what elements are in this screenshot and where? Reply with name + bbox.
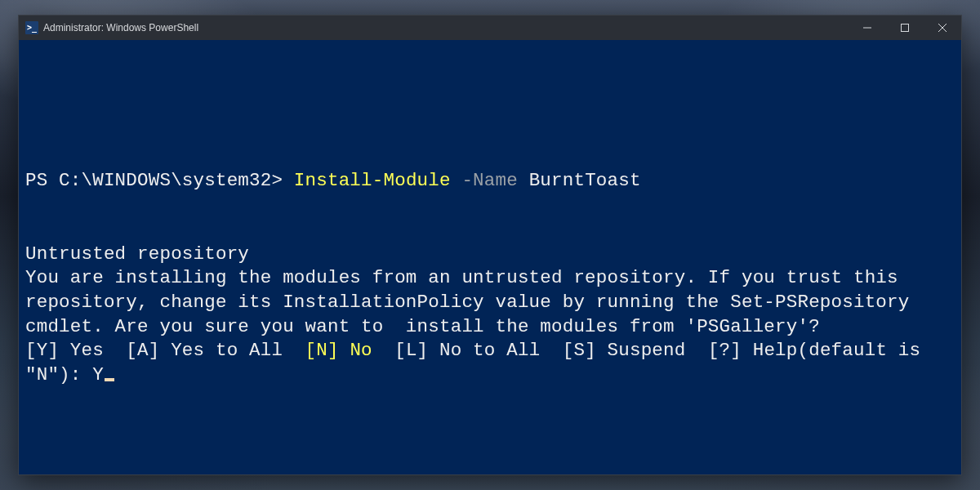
command-token: Install-Module (294, 170, 451, 191)
svg-rect-0 (902, 24, 909, 32)
blank-line (25, 121, 955, 145)
blank-line (25, 194, 955, 218)
titlebar[interactable]: >_ Administrator: Windows PowerShell (19, 16, 961, 40)
space (451, 170, 462, 191)
window-title: Administrator: Windows PowerShell (43, 22, 198, 33)
option-suspend: [S] Suspend (563, 340, 686, 361)
sep (283, 340, 305, 361)
option-yes-all: [A] Yes to All (126, 340, 283, 361)
terminal-area[interactable]: PS C:\WINDOWS\system32> Install-Module -… (19, 40, 961, 474)
option-help: [?] Help (708, 340, 798, 361)
close-button[interactable] (924, 16, 961, 40)
cursor (105, 378, 114, 381)
confirm-heading: Untrusted repository (25, 243, 249, 265)
minimize-button[interactable] (849, 16, 886, 40)
param-token: -Name (461, 170, 518, 191)
arg-token: BurntToast (529, 170, 641, 191)
prompt-text: PS C:\WINDOWS\system32> (25, 170, 294, 191)
space (518, 170, 529, 191)
sep (685, 340, 707, 361)
powershell-icon: >_ (25, 21, 38, 34)
close-icon (938, 24, 947, 32)
user-input: Y (92, 364, 104, 385)
option-no-default: [N] No (305, 340, 372, 361)
option-yes: [Y] Yes (25, 340, 104, 361)
minimize-icon (863, 24, 871, 32)
powershell-icon-glyph: >_ (27, 24, 37, 32)
maximize-icon (901, 24, 909, 32)
sep (540, 340, 562, 361)
blank-line (25, 73, 955, 97)
confirm-body: You are installing the modules from an u… (25, 267, 920, 336)
window-controls (849, 16, 961, 40)
sep (372, 340, 394, 361)
powershell-window: >_ Administrator: Windows PowerShell PS … (18, 15, 962, 475)
option-no-all: [L] No to All (394, 340, 540, 361)
sep (104, 340, 126, 361)
maximize-button[interactable] (886, 16, 924, 40)
